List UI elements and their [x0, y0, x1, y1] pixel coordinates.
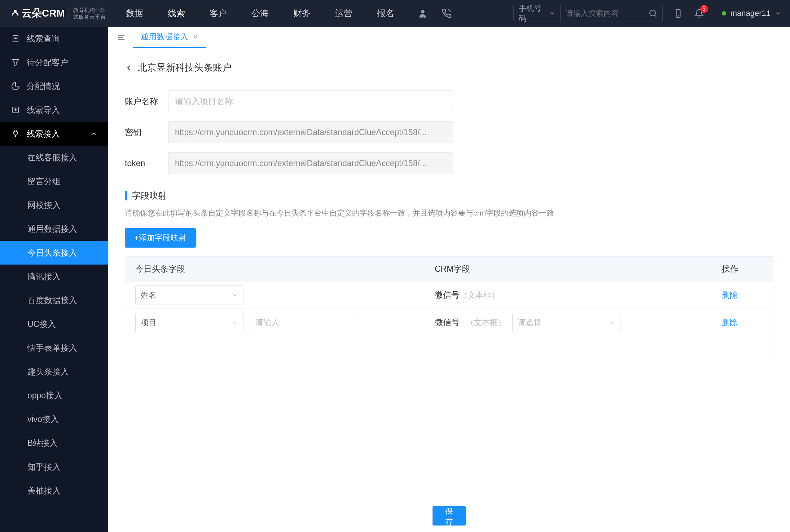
col-toutiao: 今日头条字段	[125, 263, 425, 275]
save-button[interactable]: 保存	[433, 506, 466, 526]
sidebar-sub-vivo接入[interactable]: vivo接入	[0, 407, 108, 431]
nav-运营[interactable]: 运营	[335, 8, 352, 19]
tabs-bar: 通用数据接入 ✕	[108, 27, 790, 48]
sidebar-sub-在线客服接入[interactable]: 在线客服接入	[0, 146, 108, 169]
svg-rect-4	[676, 9, 680, 17]
sidebar-sub-UC接入[interactable]: UC接入	[0, 312, 108, 336]
page-title: 北京昱新科技头条账户	[138, 61, 232, 74]
secret-input[interactable]	[168, 121, 453, 143]
sidebar-sub-百度数据接入[interactable]: 百度数据接入	[0, 288, 108, 312]
table-row: 姓名微信号（文本框）删除	[125, 281, 773, 309]
mapping-table: 今日头条字段 CRM字段 操作 姓名微信号（文本框）删除项目微信号（文本框）请选…	[125, 256, 773, 361]
sidebar-item-线索接入[interactable]: 线索接入	[0, 122, 108, 146]
sidebar-sub-oppo接入[interactable]: oppo接入	[0, 384, 108, 407]
table-row: 项目微信号（文本框）请选择删除	[125, 309, 773, 336]
bell-icon[interactable]: 5	[694, 8, 705, 19]
add-mapping-button[interactable]: +添加字段映射	[125, 228, 196, 248]
nav-客户[interactable]: 客户	[210, 8, 227, 19]
nav-线索[interactable]: 线索	[168, 8, 185, 19]
phone-icon[interactable]	[441, 8, 452, 19]
section-title: 字段映射	[132, 190, 167, 201]
token-label: token	[125, 159, 168, 168]
toutiao-field-input[interactable]	[250, 313, 358, 332]
document-icon	[11, 34, 20, 43]
delete-link[interactable]: 删除	[722, 318, 738, 327]
sidebar-item-线索导入[interactable]: 线索导入	[0, 98, 108, 122]
close-icon[interactable]: ✕	[193, 33, 198, 41]
sidebar-item-线索查询[interactable]: 线索查询	[0, 27, 108, 50]
nav-数据[interactable]: 数据	[126, 8, 143, 19]
export-icon	[11, 105, 20, 115]
crm-field-type: （文本框）	[466, 317, 506, 328]
toutiao-field-select[interactable]: 姓名	[135, 285, 243, 305]
sidebar-sub-通用数据接入[interactable]: 通用数据接入	[0, 217, 108, 241]
sidebar-sub-快手表单接入[interactable]: 快手表单接入	[0, 336, 108, 360]
sidebar-item-分配情况[interactable]: 分配情况	[0, 74, 108, 98]
svg-point-3	[650, 10, 655, 16]
nav-公海[interactable]: 公海	[251, 8, 269, 19]
svg-point-0	[14, 10, 17, 13]
search-button[interactable]	[644, 5, 662, 22]
account-name-label: 账户名称	[125, 96, 168, 107]
section-hint: 请确保您在此填写的头条自定义字段名称与在今日头条平台中自定义的字段名称一致，并且…	[125, 208, 773, 218]
search-box: 手机号码	[513, 5, 663, 22]
sidebar-sub-趣头条接入[interactable]: 趣头条接入	[0, 360, 108, 384]
plug-icon	[11, 129, 20, 138]
secret-label: 密钥	[125, 127, 168, 138]
search-type-select[interactable]: 手机号码	[514, 5, 561, 22]
notification-badge: 5	[700, 5, 708, 13]
breadcrumb: 北京昱新科技头条账户	[125, 61, 773, 74]
chevron-down-icon	[91, 130, 97, 137]
nav-报名[interactable]: 报名	[377, 8, 394, 19]
sidebar: 线索查询待分配客户分配情况线索导入线索接入在线客服接入留言分组网校接入通用数据接…	[0, 27, 108, 532]
pie-icon	[11, 81, 20, 91]
sidebar-sub-留言分组[interactable]: 留言分组	[0, 169, 108, 193]
user-avatar-icon[interactable]	[417, 8, 428, 19]
top-nav: 数据线索客户公海财务运营报名	[126, 8, 394, 19]
sidebar-sub-今日头条接入[interactable]: 今日头条接入	[0, 241, 108, 265]
back-icon[interactable]	[125, 64, 133, 72]
sidebar-sub-网校接入[interactable]: 网校接入	[0, 193, 108, 217]
sidebar-toggle-icon[interactable]	[113, 30, 129, 45]
logo-subtitle: 教育机构一站式服务云平台	[69, 6, 106, 21]
crm-field-label: 微信号	[435, 290, 460, 300]
status-dot-icon	[722, 11, 726, 15]
search-input[interactable]	[561, 5, 644, 22]
user-menu[interactable]: manager11	[722, 9, 781, 18]
mobile-icon[interactable]	[673, 8, 684, 19]
col-crm: CRM字段	[425, 263, 712, 275]
account-name-input[interactable]	[168, 90, 453, 112]
toutiao-field-select[interactable]: 项目	[135, 313, 243, 332]
crm-field-label: 微信号	[435, 317, 460, 328]
logo[interactable]: 云朵CRM 教育机构一站式服务云平台	[9, 6, 106, 21]
footer-bar: 保存	[108, 499, 790, 532]
section-bar-icon	[125, 191, 127, 200]
sidebar-sub-B站接入[interactable]: B站接入	[0, 431, 108, 455]
logo-mark: 云朵CRM	[9, 6, 65, 20]
sidebar-sub-腾讯接入[interactable]: 腾讯接入	[0, 265, 108, 288]
topbar: 云朵CRM 教育机构一站式服务云平台 数据线索客户公海财务运营报名 手机号码 5	[0, 0, 790, 27]
crm-field-type: （文本框）	[460, 291, 499, 300]
delete-link[interactable]: 删除	[722, 291, 738, 300]
svg-point-1	[421, 10, 424, 13]
nav-财务[interactable]: 财务	[293, 8, 311, 19]
crm-field-select[interactable]: 请选择	[512, 313, 620, 332]
sidebar-sub-美柚接入[interactable]: 美柚接入	[0, 479, 108, 502]
sidebar-sub-知乎接入[interactable]: 知乎接入	[0, 455, 108, 479]
token-input[interactable]	[168, 152, 453, 174]
col-action: 操作	[712, 263, 773, 275]
sidebar-item-待分配客户[interactable]: 待分配客户	[0, 50, 108, 74]
funnel-icon	[11, 58, 20, 67]
tab-generic-data[interactable]: 通用数据接入 ✕	[133, 27, 206, 48]
